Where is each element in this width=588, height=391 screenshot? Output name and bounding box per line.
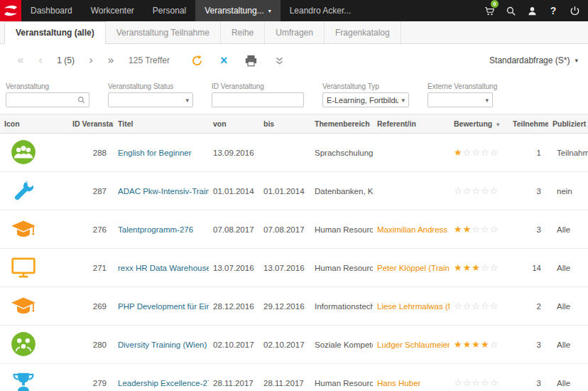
star-empty-icon: ☆ [463, 377, 472, 388]
filter-veranstaltung-status: Veranstaltung Status ▾ [108, 82, 193, 114]
rating-stars: ☆☆☆☆☆ [450, 186, 508, 196]
veranstaltung-search-field[interactable] [6, 92, 89, 107]
tab-umfragen[interactable]: Umfragen [265, 21, 325, 43]
nav-leandro-acker[interactable]: Leandro Acker... [281, 0, 361, 21]
star-empty-icon: ☆ [481, 147, 490, 158]
event-title-link[interactable]: Diversity Training (Wien) [118, 341, 207, 349]
column-header-teilnehmer[interactable]: Teilnehmer ( [508, 119, 548, 128]
tab-bar: Veranstaltung (alle) Veranstaltung Teiln… [0, 21, 588, 44]
table-row[interactable]: 280 Diversity Training (Wien) 02.10.2017… [0, 326, 588, 364]
next-page-button[interactable]: › [82, 55, 100, 66]
referent-link[interactable]: Peter Klöppel (Training D [377, 264, 450, 272]
star-empty-icon: ☆ [472, 186, 481, 196]
externe-veranstaltung-select[interactable]: ▾ [428, 92, 493, 107]
column-header-icon[interactable]: Icon [0, 119, 68, 128]
column-header-publiziert[interactable]: Publiziert [548, 119, 588, 128]
event-title-link[interactable]: English for Beginner [118, 149, 192, 157]
table-row[interactable]: 276 Talentprogramm-276 07.08.2017 07.08.… [0, 210, 588, 249]
refresh-button[interactable] [183, 55, 212, 67]
print-button[interactable] [236, 55, 266, 67]
event-title-link[interactable]: rexx HR Data Warehouse [118, 264, 209, 272]
nav-workcenter[interactable]: Workcenter [82, 0, 143, 21]
cell-themenbereich: Sprachschulungen [310, 149, 373, 157]
tab-fragenkatalog[interactable]: Fragenkatalog [325, 21, 401, 43]
nav-dashboard[interactable]: Dashboard [21, 0, 82, 21]
user-button[interactable] [521, 0, 543, 21]
diversity-icon [10, 331, 37, 359]
table-row[interactable]: 271 rexx HR Data Warehouse 13.07.2016 13… [0, 249, 588, 287]
cell-themenbereich: Human Resources [310, 264, 373, 272]
star-filled-icon: ★ [463, 262, 472, 273]
table-row[interactable]: 269 PHP Development für Einsteiger 28.12… [0, 287, 588, 326]
column-header-id[interactable]: ID Veranstaltung [68, 119, 114, 128]
referent-link[interactable]: Hans Huber [377, 379, 420, 387]
tab-reihe[interactable]: Reihe [221, 21, 265, 43]
nav-veranstaltung[interactable]: Veranstaltung...▾ [195, 0, 280, 21]
event-title-link[interactable]: Talentprogramm-276 [118, 225, 193, 234]
chevron-down-icon: ▾ [485, 97, 489, 104]
table-row[interactable]: 287 ADAC Pkw-Intensiv-Training-287 01.01… [0, 172, 588, 210]
cart-button[interactable]: 0 [479, 0, 500, 21]
id-veranstaltung-field[interactable] [212, 92, 304, 107]
last-page-button[interactable]: » [100, 55, 121, 66]
filter-id-veranstaltung: ID Veranstaltung [212, 82, 304, 114]
wrench-icon [10, 177, 37, 205]
star-empty-icon: ☆ [490, 301, 499, 311]
user-icon [526, 5, 538, 17]
query-select[interactable]: Standardabfrage (S*) ▾ [489, 55, 578, 65]
expand-all-button[interactable] [266, 56, 293, 65]
column-header-themenbereich[interactable]: Themenbereich [310, 119, 373, 128]
filter-veranstaltung: Veranstaltung [6, 82, 89, 114]
event-title-link[interactable]: Leadership Excellence-279 [118, 379, 209, 387]
column-header-bewertung[interactable]: Bewertung▼ [450, 119, 508, 128]
cell-publiziert: Alle [548, 341, 588, 349]
star-empty-icon: ☆ [490, 147, 499, 158]
rating-stars: ☆☆☆☆☆ [450, 377, 508, 388]
veranstaltung-status-select[interactable]: ▾ [108, 92, 193, 107]
prev-page-button[interactable]: ‹ [31, 55, 50, 66]
cell-von: 28.11.2017 [209, 379, 259, 387]
id-veranstaltung-input[interactable] [216, 96, 300, 105]
cell-teilnehmer: 1 [508, 149, 548, 157]
star-empty-icon: ☆ [463, 301, 472, 311]
cell-von: 02.10.2017 [209, 341, 259, 349]
veranstaltung-search-input[interactable] [10, 96, 77, 105]
cell-themenbereich: Soziale Kompetenz [310, 341, 373, 349]
clear-filter-button[interactable]: × [212, 54, 236, 67]
rating-stars: ★★★★☆ [450, 339, 508, 350]
event-title-link[interactable]: ADAC Pkw-Intensiv-Training-287 [118, 187, 209, 196]
cell-id: 279 [68, 379, 114, 387]
logout-button[interactable] [564, 0, 585, 21]
cell-id: 280 [68, 341, 114, 349]
referent-link[interactable]: Ludger Schlaumeier (Ma [377, 341, 450, 349]
event-title-link[interactable]: PHP Development für Einsteiger [118, 302, 209, 311]
cell-id: 287 [68, 187, 114, 196]
chevron-down-icon: ▾ [401, 97, 405, 104]
gradcap-icon [10, 292, 37, 321]
referent-link[interactable]: Liese Lehrmalwas (Maste [377, 302, 450, 311]
help-button[interactable]: ? [543, 0, 564, 21]
nav-personal[interactable]: Personal [143, 0, 195, 21]
column-header-bis[interactable]: bis [259, 119, 310, 128]
column-header-von[interactable]: von [209, 119, 259, 128]
star-filled-icon: ★ [463, 224, 472, 235]
table-header: Icon ID Veranstaltung Titel von bis Them… [0, 114, 588, 134]
refresh-icon [191, 55, 203, 67]
star-empty-icon: ☆ [472, 377, 481, 388]
table-row[interactable]: 288 English for Beginner 13.09.2016 Spra… [0, 134, 588, 172]
search-button[interactable] [500, 0, 521, 21]
filter-externe-veranstaltung: Externe Veranstaltung ▾ [428, 82, 497, 114]
veranstaltung-typ-select[interactable]: E-Learning, Fortbildung, ▾ [322, 92, 409, 107]
trophy-icon [10, 369, 37, 391]
referent-link[interactable]: Maximilian Andress [377, 225, 447, 234]
tab-veranstaltung-teilnahme[interactable]: Veranstaltung Teilnahme [106, 21, 221, 43]
search-icon [77, 96, 85, 104]
column-header-referent[interactable]: Referent/in [373, 119, 450, 128]
first-page-button[interactable]: « [10, 55, 31, 66]
table-row[interactable]: 279 Leadership Excellence-279 28.11.2017… [0, 364, 588, 391]
cell-themenbereich: Human Resources [310, 225, 373, 234]
star-empty-icon: ☆ [490, 262, 499, 273]
tab-veranstaltung-alle[interactable]: Veranstaltung (alle) [4, 21, 106, 44]
rexx-logo[interactable] [0, 0, 21, 21]
column-header-titel[interactable]: Titel [114, 119, 209, 128]
